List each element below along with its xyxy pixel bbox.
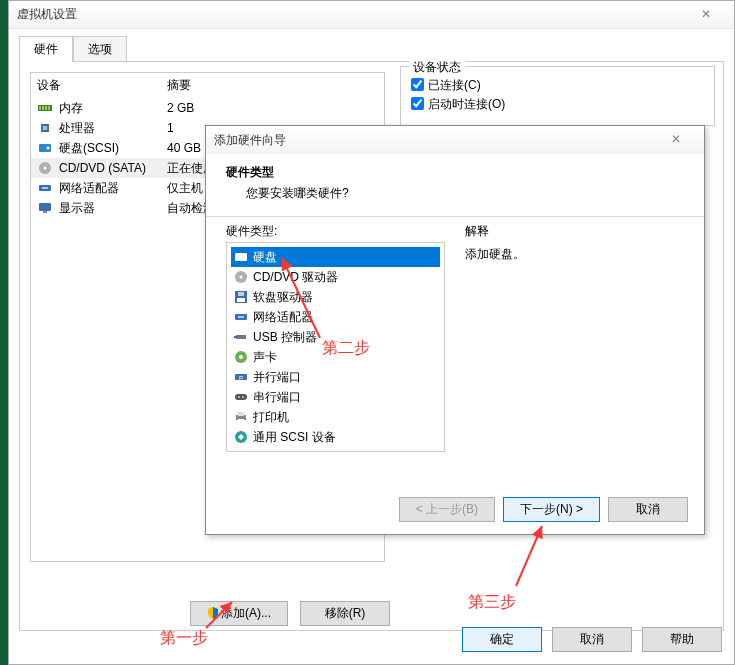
svg-rect-25: [234, 336, 237, 338]
svg-point-32: [242, 396, 244, 398]
hardware-type-list[interactable]: 硬盘CD/DVD 驱动器软盘驱动器网络适配器USB 控制器声卡P并行端口串行端口…: [226, 242, 445, 452]
connect-on-checkbox[interactable]: 启动时连接(O): [411, 96, 704, 113]
floppy-icon: [233, 290, 249, 304]
hardware-type-item[interactable]: 声卡: [231, 347, 440, 367]
item-label: 通用 SCSI 设备: [253, 429, 336, 446]
remove-button[interactable]: 移除(R): [300, 601, 390, 626]
shield-icon: [207, 607, 219, 619]
type-column: 硬件类型: 硬盘CD/DVD 驱动器软盘驱动器网络适配器USB 控制器声卡P并行…: [226, 223, 445, 452]
item-label: 并行端口: [253, 369, 301, 386]
svg-rect-24: [236, 335, 246, 339]
hardware-type-item[interactable]: 通用 SCSI 设备: [231, 427, 440, 447]
tab-hardware[interactable]: 硬件: [19, 36, 73, 62]
explain-label: 解释: [465, 223, 684, 240]
device-summary: 1: [167, 121, 174, 135]
parallel-icon: P: [233, 370, 249, 384]
close-icon[interactable]: ✕: [686, 5, 726, 25]
hardware-type-item[interactable]: P并行端口: [231, 367, 440, 387]
wizard-header: 硬件类型 您要安装哪类硬件?: [206, 154, 704, 216]
device-status-group: 设备状态 已连接(C) 启动时连接(O): [400, 66, 715, 126]
tabs: 硬件 选项: [19, 35, 734, 61]
device-name: 内存: [59, 100, 167, 117]
device-name: 网络适配器: [59, 180, 167, 197]
hardware-type-item[interactable]: 软盘驱动器: [231, 287, 440, 307]
svg-rect-35: [238, 419, 244, 422]
cd-icon: [37, 161, 53, 175]
svg-rect-12: [42, 187, 48, 189]
hardware-type-item[interactable]: USB 控制器: [231, 327, 440, 347]
connected-checkbox[interactable]: 已连接(C): [411, 77, 704, 94]
item-label: 网络适配器: [253, 309, 313, 326]
ok-button[interactable]: 确定: [462, 627, 542, 652]
item-label: 软盘驱动器: [253, 289, 313, 306]
wizard-titlebar: 添加硬件向导 ✕: [206, 126, 704, 154]
disk-icon: [233, 250, 249, 264]
hardware-type-item[interactable]: CD/DVD 驱动器: [231, 267, 440, 287]
svg-point-18: [240, 276, 243, 279]
hardware-type-item[interactable]: 网络适配器: [231, 307, 440, 327]
usb-icon: [233, 330, 249, 344]
wizard-heading: 硬件类型: [226, 164, 684, 181]
wizard-content: 硬件类型: 硬盘CD/DVD 驱动器软盘驱动器网络适配器USB 控制器声卡P并行…: [206, 217, 704, 458]
col-summary: 摘要: [167, 77, 191, 94]
hardware-type-item[interactable]: 串行端口: [231, 387, 440, 407]
device-name: 硬盘(SCSI): [59, 140, 167, 157]
device-name: 处理器: [59, 120, 167, 137]
help-button[interactable]: 帮助: [642, 627, 722, 652]
svg-rect-1: [39, 106, 41, 110]
net-icon: [37, 181, 53, 195]
wizard-footer: < 上一步(B) 下一步(N) > 取消: [399, 497, 688, 522]
svg-point-8: [47, 147, 50, 150]
main-actions: 确定 取消 帮助: [462, 627, 722, 652]
add-hardware-wizard: 添加硬件向导 ✕ 硬件类型 您要安装哪类硬件? 硬件类型: 硬盘CD/DVD 驱…: [205, 125, 705, 535]
wizard-cancel-button[interactable]: 取消: [608, 497, 688, 522]
main-titlebar: 虚拟机设置 ✕: [9, 1, 734, 29]
explain-text: 添加硬盘。: [465, 242, 684, 263]
close-icon[interactable]: ✕: [656, 130, 696, 150]
svg-rect-30: [235, 394, 247, 400]
sound-icon: [233, 350, 249, 364]
scsi-icon: [233, 430, 249, 444]
svg-rect-34: [238, 412, 244, 416]
item-label: 声卡: [253, 349, 277, 366]
item-label: CD/DVD 驱动器: [253, 269, 338, 286]
cpu-icon: [37, 121, 53, 135]
device-name: CD/DVD (SATA): [59, 161, 167, 175]
device-row[interactable]: 内存2 GB: [31, 98, 384, 118]
svg-rect-2: [42, 106, 44, 110]
item-label: USB 控制器: [253, 329, 317, 346]
tab-options[interactable]: 选项: [73, 36, 127, 62]
cancel-button[interactable]: 取消: [552, 627, 632, 652]
svg-rect-14: [43, 211, 47, 213]
disk-icon: [37, 141, 53, 155]
net-icon: [233, 310, 249, 324]
next-button[interactable]: 下一步(N) >: [503, 497, 600, 522]
svg-rect-21: [237, 298, 245, 302]
wizard-sub: 您要安装哪类硬件?: [246, 185, 684, 202]
item-label: 串行端口: [253, 389, 301, 406]
svg-rect-3: [45, 106, 47, 110]
wizard-title: 添加硬件向导: [214, 132, 656, 149]
device-summary: 40 GB: [167, 141, 201, 155]
cd-icon: [233, 270, 249, 284]
svg-rect-13: [39, 203, 51, 211]
hardware-type-item[interactable]: 打印机: [231, 407, 440, 427]
memory-icon: [37, 101, 53, 115]
list-label: 硬件类型:: [226, 223, 445, 240]
hardware-type-item[interactable]: 硬盘: [231, 247, 440, 267]
device-header: 设备 摘要: [31, 73, 384, 98]
svg-text:P: P: [239, 375, 243, 381]
back-button: < 上一步(B): [399, 497, 495, 522]
device-buttons: 添加(A)... 移除(R): [190, 601, 390, 626]
main-title: 虚拟机设置: [17, 6, 686, 23]
svg-rect-6: [43, 126, 47, 130]
device-summary: 仅主机: [167, 180, 203, 197]
add-button[interactable]: 添加(A)...: [190, 601, 288, 626]
status-legend: 设备状态: [409, 59, 465, 76]
item-label: 硬盘: [253, 249, 277, 266]
serial-icon: [233, 390, 249, 404]
device-summary: 2 GB: [167, 101, 194, 115]
svg-point-31: [238, 396, 240, 398]
col-device: 设备: [37, 77, 167, 94]
svg-point-16: [243, 256, 246, 259]
